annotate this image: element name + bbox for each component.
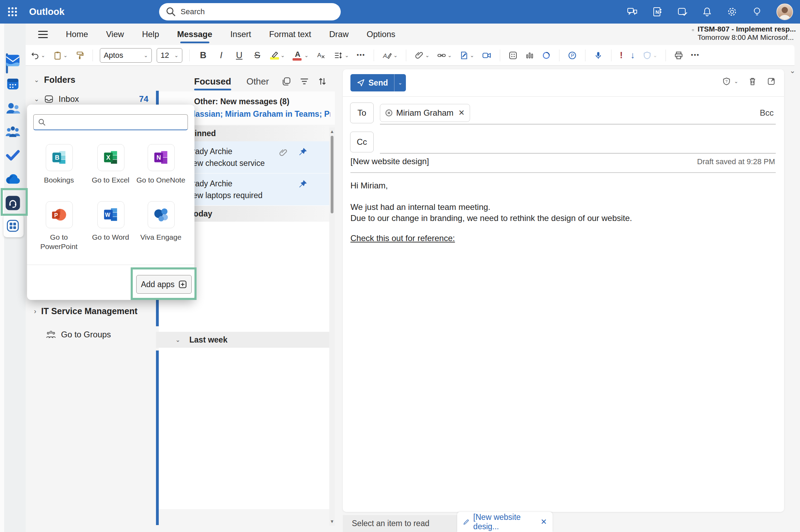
rail-groups-icon[interactable]	[5, 125, 20, 138]
clear-formatting-button[interactable]: A	[315, 50, 327, 61]
subject-input[interactable]: [New website design]	[350, 157, 429, 166]
tab-view[interactable]: View	[106, 29, 124, 39]
font-name-select[interactable]: Aptos ⌄	[100, 48, 152, 63]
list-scrollbar-thumb[interactable]	[331, 136, 333, 213]
close-draft-tab-icon[interactable]: ✕	[541, 517, 547, 526]
send-options-chevron[interactable]: ⌄	[394, 74, 406, 91]
more-formatting-button[interactable]: •••	[355, 50, 367, 60]
it-service-label: IT Service Management	[41, 306, 138, 316]
tab-focused[interactable]: Focused	[194, 76, 231, 87]
cc-button[interactable]: Cc	[350, 132, 374, 152]
pin-icon[interactable]	[298, 179, 308, 189]
banner-title: Other: New messages (8)	[194, 97, 289, 106]
undo-button[interactable]: ⌄	[29, 50, 47, 61]
sidebar-item-it-service-management[interactable]: › IT Service Management	[34, 306, 138, 316]
remove-recipient-icon[interactable]: ✕	[458, 108, 464, 117]
folders-header[interactable]: ⌄ Folders	[34, 75, 75, 85]
tab-other[interactable]: Other	[246, 76, 269, 87]
tab-message[interactable]: Message	[177, 29, 212, 39]
tab-help[interactable]: Help	[142, 29, 159, 39]
pin-icon[interactable]	[298, 147, 308, 157]
todo-tasks-icon[interactable]	[677, 6, 688, 17]
app-tile-bookings[interactable]: B	[46, 144, 73, 171]
folder-pane-toggle-icon[interactable]	[38, 31, 48, 38]
app-tile-powerpoint[interactable]: P	[46, 201, 73, 228]
select-messages-icon[interactable]	[281, 77, 291, 86]
body-line[interactable]: Due to our change in branding, we need t…	[350, 213, 632, 223]
svg-text:?: ?	[725, 79, 728, 83]
tab-insert[interactable]: Insert	[230, 29, 251, 39]
teams-chat-icon[interactable]	[627, 6, 638, 17]
tab-draw[interactable]: Draw	[329, 29, 349, 39]
underline-button[interactable]: U	[233, 48, 246, 62]
font-size-select[interactable]: 12 ⌄	[157, 48, 182, 63]
more-options-button[interactable]: •••	[689, 50, 701, 60]
chevron-down-icon: ⌄	[34, 95, 39, 103]
section-header-last-week[interactable]: ⌄ Last week	[156, 332, 329, 348]
reading-pane-tab[interactable]: Select an item to read	[343, 515, 457, 532]
italic-button[interactable]: I	[215, 48, 228, 62]
body-line[interactable]: Check this out for reference:	[350, 233, 455, 243]
draft-tab[interactable]: [New website desig... ✕	[457, 512, 553, 532]
line-spacing-button[interactable]: ⌄	[332, 50, 350, 61]
tab-home[interactable]: Home	[66, 29, 88, 39]
onenote-icon[interactable]: N	[652, 6, 663, 17]
rail-calendar-icon[interactable]	[6, 77, 20, 91]
recipient-chip[interactable]: Miriam Graham ✕	[380, 104, 470, 122]
font-color-button[interactable]: A ⌄	[291, 48, 310, 62]
settings-gear-icon[interactable]	[727, 6, 738, 17]
apps-search-input[interactable]	[33, 114, 188, 130]
rail-more-apps-icon[interactable]	[6, 219, 20, 233]
discard-trash-icon[interactable]	[748, 77, 757, 86]
pen-styles-button[interactable]: A ⌄	[381, 50, 399, 61]
app-launcher-icon[interactable]	[6, 5, 19, 19]
strikethrough-button[interactable]: S	[251, 48, 264, 62]
tips-lightbulb-icon[interactable]	[751, 6, 763, 17]
body-line[interactable]: We just had an internal team meeting.	[350, 202, 490, 212]
apps-button[interactable]	[507, 50, 519, 61]
tab-options[interactable]: Options	[367, 29, 395, 39]
app-tile-viva-engage[interactable]	[148, 201, 175, 228]
search-input[interactable]: Search	[159, 3, 341, 20]
low-importance-button[interactable]: ↓	[629, 48, 636, 62]
app-tile-excel[interactable]: X	[97, 144, 124, 171]
editor-button[interactable]: P	[566, 50, 578, 61]
rail-onedrive-icon[interactable]	[5, 174, 21, 185]
app-tile-word[interactable]: W	[97, 201, 124, 228]
sensitivity-button[interactable]: ⌄	[641, 50, 659, 61]
signature-button[interactable]: ⌄	[458, 50, 476, 61]
bold-button[interactable]: B	[197, 48, 210, 62]
insert-link-button[interactable]: ⌄	[436, 50, 453, 61]
scroll-down-icon[interactable]: ▼	[330, 519, 334, 524]
send-button[interactable]: Send ⌄	[350, 74, 406, 91]
rail-todo-icon[interactable]	[6, 150, 20, 161]
app-tile-onenote[interactable]: N	[148, 144, 175, 171]
bcc-button[interactable]: Bcc	[760, 108, 774, 118]
rail-mail-icon[interactable]	[5, 53, 20, 66]
attach-file-button[interactable]: ⌄	[413, 50, 431, 61]
notifications-bell-icon[interactable]	[702, 6, 713, 17]
sidebar-item-go-to-groups[interactable]: Go to Groups	[46, 330, 111, 339]
tab-format-text[interactable]: Format text	[269, 29, 311, 39]
paste-button[interactable]: ⌄	[52, 50, 69, 61]
highlight-color-button[interactable]: ⌄	[269, 50, 286, 61]
loop-component-button[interactable]	[540, 50, 552, 61]
dictate-button[interactable]	[592, 50, 604, 61]
user-avatar[interactable]	[776, 3, 793, 20]
sidebar-item-inbox[interactable]: ⌄ Inbox 74	[34, 94, 148, 104]
meeting-reminder[interactable]: ITSM-807 - Implement resp... Tomorrow 8:…	[692, 25, 796, 42]
rail-people-icon[interactable]	[6, 101, 20, 115]
scroll-up-icon[interactable]: ▲	[330, 129, 334, 134]
print-button[interactable]	[673, 50, 685, 61]
filter-icon[interactable]	[299, 77, 309, 86]
poll-button[interactable]	[524, 50, 536, 61]
to-button[interactable]: To	[350, 103, 374, 123]
body-line[interactable]: Hi Miriam,	[350, 181, 388, 190]
high-importance-button[interactable]: !	[618, 48, 624, 62]
collapse-ribbon-chevron-icon[interactable]: ⌄	[790, 66, 795, 75]
sort-icon[interactable]	[318, 77, 327, 86]
open-in-new-window-icon[interactable]	[767, 77, 776, 86]
format-painter-button[interactable]	[74, 50, 86, 61]
teams-meeting-button[interactable]	[480, 50, 493, 61]
message-options-button[interactable]: ? ⌄	[722, 77, 738, 86]
